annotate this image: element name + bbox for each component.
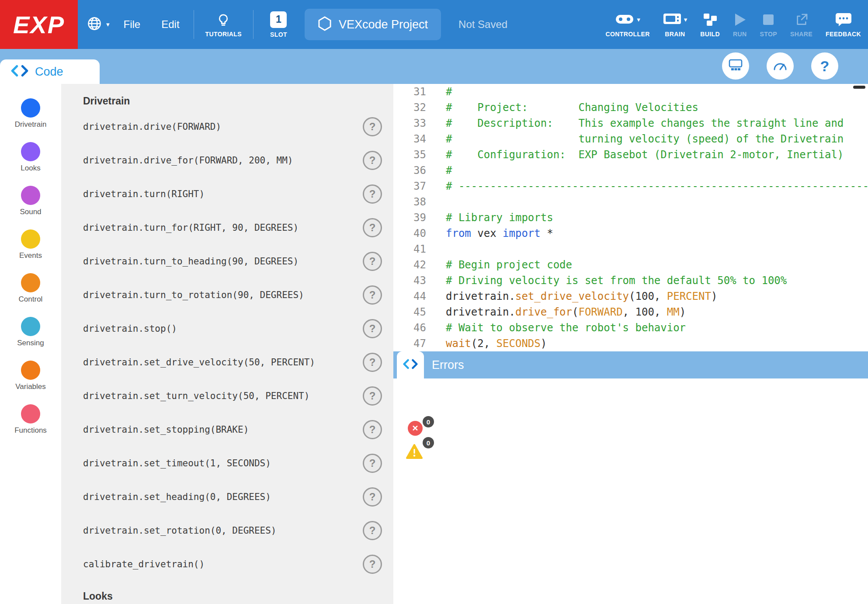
line-content: from vex import * — [446, 226, 868, 241]
category-label: Events — [19, 251, 42, 260]
errors-body: ✕ 0 0 — [393, 378, 868, 604]
command-help-button[interactable]: ? — [363, 218, 382, 237]
line-content: # Driving velocity is set from the defau… — [446, 273, 868, 288]
code-line: 46 # Wait to observe the robot's behavio… — [393, 320, 868, 336]
command-help-button[interactable]: ? — [363, 117, 382, 136]
palette-next-section-title: Looks — [83, 590, 382, 602]
editor-scrollbar-thumb[interactable] — [853, 86, 865, 89]
palette-command[interactable]: calibrate_drivetrain() — [83, 559, 205, 569]
slot-button[interactable]: 1 SLOT — [270, 11, 287, 38]
palette-command[interactable]: drivetrain.set_timeout(1, SECONDS) — [83, 458, 271, 469]
command-help-button[interactable]: ? — [363, 420, 382, 439]
tab-code[interactable]: Code — [0, 59, 100, 84]
line-number: 47 — [393, 336, 446, 351]
sidebar-category[interactable]: Drivetrain — [0, 93, 61, 136]
line-number: 31 — [393, 84, 446, 100]
command-help-button[interactable]: ? — [363, 487, 382, 507]
line-number: 36 — [393, 163, 446, 178]
monitor-dashboard-button[interactable] — [767, 52, 794, 80]
line-content — [446, 194, 868, 210]
toolbar-separator — [253, 10, 253, 39]
errors-tab[interactable] — [397, 351, 424, 378]
palette-command[interactable]: drivetrain.stop() — [83, 323, 177, 334]
category-label: Sensing — [17, 339, 44, 347]
line-number: 34 — [393, 131, 446, 147]
error-count-icon[interactable]: ✕ — [408, 421, 423, 436]
palette-command[interactable]: drivetrain.set_heading(0, DEGREES) — [83, 492, 271, 502]
device-manager-button[interactable] — [722, 52, 749, 80]
category-label: Functions — [14, 426, 47, 435]
project-title-pill[interactable]: VEXcode Project — [305, 9, 441, 40]
command-help-button[interactable]: ? — [363, 521, 382, 540]
warning-count-badge: 0 — [423, 437, 434, 448]
warning-count-icon[interactable] — [406, 444, 423, 461]
command-help-button[interactable]: ? — [363, 151, 382, 170]
palette-command[interactable]: drivetrain.set_rotation(0, DEGREES) — [83, 525, 277, 536]
sub-toolbar: Code ? — [0, 49, 868, 84]
command-help-button[interactable]: ? — [363, 184, 382, 204]
run-button[interactable]: RUN — [733, 12, 747, 38]
sidebar-category[interactable]: Events — [0, 224, 61, 267]
category-color-dot — [21, 404, 40, 423]
command-help-button[interactable]: ? — [363, 252, 382, 271]
palette-command[interactable]: drivetrain.turn_to_rotation(90, DEGREES) — [83, 290, 304, 300]
code-line: 41 — [393, 241, 868, 257]
share-export-icon — [794, 12, 809, 28]
command-help-button[interactable]: ? — [363, 285, 382, 305]
sidebar-category[interactable]: Sound — [0, 180, 61, 224]
code-brackets-icon — [10, 64, 29, 79]
command-help-button[interactable]: ? — [363, 454, 382, 473]
errors-panel: Errors ✕ 0 0 — [393, 351, 868, 604]
chevron-down-icon: ▾ — [106, 21, 110, 28]
palette-command-row: drivetrain.turn_to_heading(90, DEGREES) … — [83, 244, 382, 278]
share-button[interactable]: SHARE — [790, 12, 812, 38]
build-label: BUILD — [700, 31, 720, 38]
palette-command[interactable]: drivetrain.set_stopping(BRAKE) — [83, 424, 249, 435]
category-color-dot — [21, 273, 40, 292]
palette-command[interactable]: drivetrain.turn(RIGHT) — [83, 189, 205, 199]
sidebar-category[interactable]: Variables — [0, 355, 61, 399]
palette-command[interactable]: drivetrain.set_drive_velocity(50, PERCEN… — [83, 357, 315, 368]
line-content — [446, 241, 868, 257]
category-label: Sound — [20, 208, 41, 216]
command-help-button[interactable]: ? — [363, 319, 382, 338]
sidebar-category[interactable]: Looks — [0, 136, 61, 180]
stop-square-icon — [762, 12, 774, 28]
stop-button[interactable]: STOP — [760, 12, 777, 38]
line-number: 45 — [393, 304, 446, 320]
palette-command-row: drivetrain.turn_for(RIGHT, 90, DEGREES) … — [83, 211, 382, 244]
command-help-button[interactable]: ? — [363, 386, 382, 406]
palette-command[interactable]: drivetrain.turn_to_heading(90, DEGREES) — [83, 256, 299, 267]
category-color-dot — [21, 142, 40, 161]
command-help-button[interactable]: ? — [363, 353, 382, 372]
controller-button[interactable]: ▾ CONTROLLER — [605, 12, 649, 38]
sidebar-category[interactable]: Functions — [0, 399, 61, 442]
palette-command[interactable]: drivetrain.drive(FORWARD) — [83, 121, 221, 132]
command-help-button[interactable]: ? — [363, 555, 382, 574]
code-line: 36 # — [393, 163, 868, 178]
palette-command[interactable]: drivetrain.drive_for(FORWARD, 200, MM) — [83, 155, 293, 166]
run-label: RUN — [733, 31, 747, 38]
sidebar-category[interactable]: Sensing — [0, 311, 61, 355]
code-editor[interactable]: 31 # 32 # Project: Changing Velocities 3… — [393, 84, 868, 351]
menu-file[interactable]: File — [113, 0, 151, 49]
line-number: 43 — [393, 273, 446, 288]
help-button[interactable]: ? — [811, 52, 838, 80]
sidebar-category[interactable]: Control — [0, 267, 61, 311]
line-number: 40 — [393, 226, 446, 241]
tutorials-button[interactable]: TUTORIALS — [205, 12, 242, 38]
palette-command-row: drivetrain.set_rotation(0, DEGREES) ? — [83, 514, 382, 547]
palette-section-title: Drivetrain — [83, 95, 382, 107]
palette-command-row: drivetrain.set_turn_velocity(50, PERCENT… — [83, 379, 382, 413]
build-button[interactable]: BUILD — [700, 12, 720, 38]
code-line: 47 wait(2, SECONDS) — [393, 336, 868, 351]
language-globe-button[interactable]: ▾ — [87, 16, 110, 33]
palette-command[interactable]: drivetrain.set_turn_velocity(50, PERCENT… — [83, 391, 309, 401]
line-number: 42 — [393, 257, 446, 273]
menu-edit[interactable]: Edit — [151, 0, 190, 49]
brain-button[interactable]: ▾ BRAIN — [663, 12, 687, 38]
brain-device-icon — [663, 12, 681, 27]
feedback-button[interactable]: FEEDBACK — [826, 12, 861, 38]
palette-command[interactable]: drivetrain.turn_for(RIGHT, 90, DEGREES) — [83, 222, 299, 233]
play-icon — [733, 12, 746, 28]
